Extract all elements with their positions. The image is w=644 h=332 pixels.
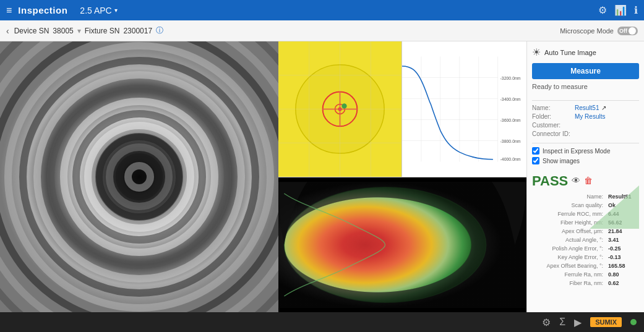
result-label: Polish Angle Error, °: <box>533 245 606 252</box>
auto-tune-row: ☀ Auto Tune Image <box>532 46 639 58</box>
subbar: ‹ Device SN 38005 ▾ Fixture SN 2300017 ⓘ… <box>0 20 644 41</box>
folder-label: Folder: <box>532 113 572 120</box>
device-sn: 38005 <box>53 27 73 35</box>
connector-field-row: Connector ID: <box>532 130 639 137</box>
result-label: Apex Offset Bearing, °: <box>533 262 606 270</box>
hamburger-icon[interactable]: ≡ <box>6 5 12 16</box>
pass-badge: PASS <box>532 173 568 189</box>
pass-area: PASS 👁 🗑 <box>532 167 639 192</box>
result-row: Actual Angle, °:3.41 <box>533 236 638 244</box>
result-value: 0.80 <box>607 271 638 278</box>
name-field-row: Name: Result51 ↗ <box>532 104 639 111</box>
result-row: Ferrule Ra, nm:0.80 <box>533 271 638 278</box>
show-images-label: Show images <box>543 158 580 164</box>
apc-selector[interactable]: 2.5 APC ▾ <box>80 6 117 15</box>
delete-icon[interactable]: 🗑 <box>584 176 593 185</box>
apc-value: 2.5 APC <box>80 6 111 15</box>
auto-tune-label: Auto Tune Image <box>544 49 596 56</box>
result-row: Key Angle Error, °:-0.13 <box>533 253 638 261</box>
device-info: Device SN 38005 ▾ Fixture SN 2300017 ⓘ <box>14 25 163 36</box>
info-icon[interactable]: ℹ <box>634 4 638 16</box>
app-title: Inspection <box>18 5 67 15</box>
result-value: -0.25 <box>607 245 638 252</box>
connector-label: Connector ID: <box>532 130 572 137</box>
svg-text:-3400.0nm: -3400.0nm <box>500 97 520 101</box>
device-label: Device SN <box>14 27 49 35</box>
express-mode-label: Inspect in Express Mode <box>543 148 611 155</box>
divider-1 <box>532 100 639 101</box>
nav-back-arrow[interactable]: ‹ <box>6 26 9 36</box>
result-label: Actual Angle, °: <box>533 236 606 244</box>
express-mode-checkbox-row[interactable]: Inspect in Express Mode <box>532 147 639 155</box>
cursor-icon: ↗ <box>601 104 606 111</box>
customer-label: Customer: <box>532 122 572 129</box>
analytics-icon[interactable]: 📊 <box>614 4 627 16</box>
svg-rect-34 <box>402 56 526 161</box>
fixture-label: Fixture SN <box>85 27 120 35</box>
svg-text:-3200.0nm: -3200.0nm <box>500 76 520 80</box>
result-label: Key Angle Error, °: <box>533 253 606 261</box>
result-value: 3.41 <box>607 236 638 244</box>
settings-icon[interactable]: ⚙ <box>598 4 607 16</box>
sigma-icon[interactable]: Σ <box>559 317 565 328</box>
customer-field-row: Customer: <box>532 122 639 129</box>
name-value[interactable]: Result51 <box>575 104 599 111</box>
microscope-mode-label: Microscope Mode <box>560 27 614 35</box>
fiber-view-panel <box>278 41 402 177</box>
toggle-switch[interactable]: Off <box>617 27 638 35</box>
svg-text:-3600.0nm: -3600.0nm <box>500 118 520 122</box>
divider-2 <box>532 143 639 143</box>
result-row: Apex Offset Bearing, °:165.58 <box>533 262 638 270</box>
result-row: Fiber Ra, nm:0.62 <box>533 279 638 287</box>
result-value: -0.13 <box>607 253 638 261</box>
play-icon[interactable]: ▶ <box>574 317 582 328</box>
folder-value[interactable]: My Results <box>575 113 605 120</box>
fixture-sn: 2300017 <box>123 27 152 35</box>
pass-triangle-svg <box>590 185 639 229</box>
topography-svg <box>278 177 526 312</box>
result-value: 165.58 <box>607 262 638 270</box>
show-images-checkbox[interactable] <box>532 157 539 164</box>
result-label: Ferrule Ra, nm: <box>533 271 606 278</box>
show-images-checkbox-row[interactable]: Show images <box>532 157 639 164</box>
toggle-knob <box>629 27 636 35</box>
result-value: 0.62 <box>607 279 638 287</box>
status-dot <box>630 319 637 325</box>
eye-icon[interactable]: 👁 <box>572 176 580 185</box>
interferogram-svg <box>0 41 278 312</box>
bottombar: ⚙ Σ ▶ SUMIX <box>0 312 644 332</box>
ready-status-text: Ready to measure <box>532 83 639 90</box>
topography-panel <box>278 177 526 312</box>
sumix-label[interactable]: SUMIX <box>590 317 622 327</box>
profile-view-panel: -3200.0nm -3400.0nm -3600.0nm -3800.0nm … <box>402 41 526 177</box>
interferogram-panel <box>0 41 278 312</box>
name-label: Name: <box>532 104 572 111</box>
svg-text:-4000.0nm: -4000.0nm <box>500 157 520 161</box>
settings-bottom-icon[interactable]: ⚙ <box>542 317 551 328</box>
measure-button[interactable]: Measure <box>532 63 639 79</box>
fixture-info-icon[interactable]: ⓘ <box>156 25 163 36</box>
top-icons: ⚙ 📊 ℹ <box>598 4 638 16</box>
svg-point-16 <box>96 134 182 220</box>
topbar: ≡ Inspection 2.5 APC ▾ ⚙ 📊 ℹ <box>0 0 644 20</box>
analysis-panel: -3200.0nm -3400.0nm -3600.0nm -3800.0nm … <box>278 41 526 312</box>
profile-svg: -3200.0nm -3400.0nm -3600.0nm -3800.0nm … <box>402 41 526 177</box>
auto-tune-icon: ☀ <box>532 46 541 58</box>
svg-rect-53 <box>278 182 526 307</box>
fiber-view-svg <box>278 41 401 177</box>
svg-text:-3800.0nm: -3800.0nm <box>500 139 520 143</box>
result-label: Fiber Ra, nm: <box>533 279 606 287</box>
result-row: Polish Angle Error, °:-0.25 <box>533 245 638 252</box>
folder-field-row: Folder: My Results <box>532 113 639 120</box>
express-mode-checkbox[interactable] <box>532 147 539 155</box>
apc-chevron-icon: ▾ <box>114 7 118 14</box>
microscope-mode-toggle[interactable]: Microscope Mode Off <box>560 27 638 35</box>
svg-marker-54 <box>590 185 639 229</box>
sidebar-panel: ☀ Auto Tune Image Measure Ready to measu… <box>526 41 644 312</box>
toggle-label: Off <box>619 28 627 34</box>
